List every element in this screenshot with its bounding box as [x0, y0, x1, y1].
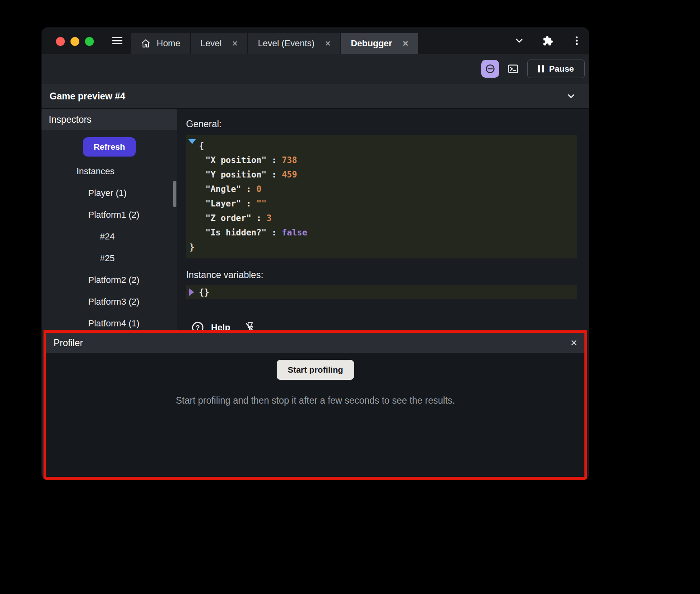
tree-item-platform1[interactable]: Platform1 (2) [41, 204, 177, 226]
instance-variables-view: {} [186, 285, 577, 299]
tab-debugger-label: Debugger [351, 38, 392, 49]
tab-home-label: Home [157, 38, 180, 49]
indent-guide [193, 149, 193, 244]
tree-item-25[interactable]: #25 [41, 248, 177, 269]
game-preview-title: Game preview #4 [50, 91, 125, 102]
profiler-header: Profiler × [46, 333, 584, 353]
instance-variables-value: {} [199, 287, 209, 297]
instance-variables-title: Instance variables: [186, 270, 577, 280]
inspectors-title: Inspectors [49, 114, 91, 125]
tree-item-24[interactable]: #24 [41, 226, 177, 248]
preview-chevron-down-icon[interactable] [566, 91, 576, 101]
tree-item-player[interactable]: Player (1) [41, 182, 177, 204]
tab-level-events-close-icon[interactable]: × [325, 39, 331, 48]
debugger-toolbar: Pause [41, 54, 589, 84]
profiler-close-icon[interactable]: × [571, 337, 577, 349]
console-icon[interactable] [505, 60, 522, 77]
pause-button[interactable]: Pause [527, 60, 585, 78]
profiler-title: Profiler [54, 338, 83, 349]
json-line-y-position: "Y position" : 459 [186, 167, 577, 182]
collapse-expander-icon[interactable] [188, 139, 196, 144]
extensions-puzzle-icon[interactable] [543, 35, 553, 46]
profiler-gauge-icon[interactable] [481, 60, 499, 78]
app-window: Home Level × Level (Events) × Debugger × [41, 27, 589, 480]
inspectors-header: Inspectors [41, 109, 177, 130]
menu-icon[interactable] [109, 34, 125, 47]
tab-level-close-icon[interactable]: × [232, 39, 238, 48]
json-line-is-hidden: "Is hidden?" : false [186, 225, 577, 240]
more-options-icon[interactable] [571, 35, 582, 46]
tab-level-label: Level [201, 38, 222, 49]
tab-level-events-label: Level (Events) [258, 38, 315, 49]
profiler-body: Start profiling Start profiling and then… [46, 353, 584, 477]
game-preview-selector[interactable]: Game preview #4 [41, 84, 589, 109]
pause-icon [538, 65, 544, 72]
pause-button-label: Pause [549, 64, 574, 74]
refresh-button[interactable]: Refresh [83, 137, 135, 157]
tab-level-events[interactable]: Level (Events) × [248, 33, 340, 54]
json-line-angle: "Angle" : 0 [186, 182, 577, 196]
tabbar-actions [514, 35, 582, 46]
debugger-toolbar-actions: Pause [481, 60, 585, 78]
tab-bar: Home Level × Level (Events) × Debugger × [41, 27, 589, 54]
tab-home[interactable]: Home [131, 33, 190, 54]
instances-tree: Instances Player (1) Platform1 (2) #24 #… [41, 161, 177, 334]
profiler-hint-text: Start profiling and then stop it after a… [176, 395, 455, 406]
home-icon [141, 38, 151, 49]
inspectors-scrollbar[interactable] [173, 181, 176, 207]
tree-item-instances[interactable]: Instances [41, 161, 177, 182]
tab-debugger-close-icon[interactable]: × [403, 39, 408, 48]
start-profiling-button[interactable]: Start profiling [277, 360, 354, 380]
chevron-down-icon[interactable] [514, 35, 525, 46]
general-json-view: { "X position" : 738 "Y position" : 459 … [186, 135, 577, 258]
json-close-brace: } [186, 240, 577, 254]
expand-expander-icon[interactable] [189, 289, 194, 296]
general-section-title: General: [186, 119, 577, 130]
json-line-x-position: "X position" : 738 [186, 153, 577, 167]
profiler-panel: Profiler × Start profiling Start profili… [43, 330, 587, 480]
tabs: Home Level × Level (Events) × Debugger × [131, 33, 419, 54]
zoom-window-button[interactable] [85, 37, 94, 46]
json-line-layer: "Layer" : "" [186, 196, 577, 211]
close-window-button[interactable] [56, 37, 65, 46]
tab-debugger[interactable]: Debugger × [341, 33, 418, 54]
tab-level[interactable]: Level × [191, 33, 248, 54]
screen-background: { "colors": { "accent_purple": "#4B3DD8"… [0, 0, 700, 594]
tree-item-platform3[interactable]: Platform3 (2) [41, 291, 177, 313]
json-line-z-order: "Z order" : 3 [186, 211, 577, 225]
window-controls [56, 37, 94, 46]
tree-item-platform2[interactable]: Platform2 (2) [41, 269, 177, 291]
json-open-brace: { [186, 138, 577, 153]
minimize-window-button[interactable] [70, 37, 79, 46]
